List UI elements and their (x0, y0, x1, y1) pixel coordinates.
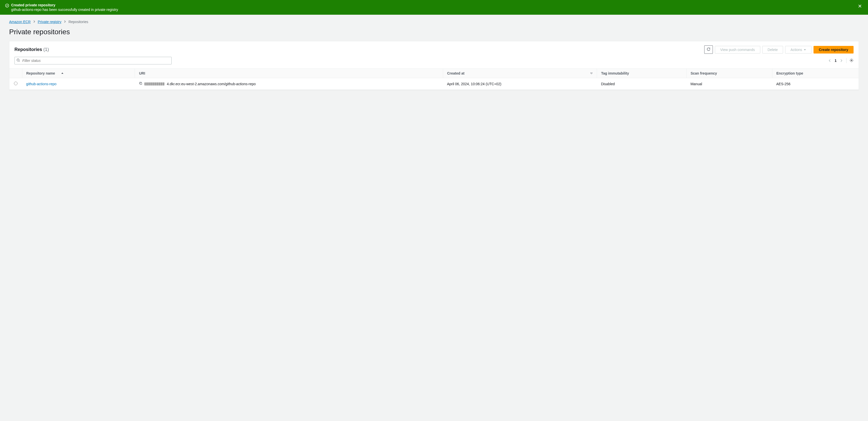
breadcrumb: Amazon ECR Private registry Repositories (9, 20, 859, 24)
actions-button[interactable]: Actions (785, 46, 811, 54)
chevron-right-icon (33, 20, 36, 24)
refresh-icon (707, 47, 711, 52)
uri-redacted (145, 83, 165, 86)
notification-message: github-actions-repo has been successfull… (11, 8, 118, 12)
svg-rect-3 (140, 83, 142, 85)
breadcrumb-service[interactable]: Amazon ECR (9, 20, 31, 24)
panel-title: Repositories (1) (14, 47, 49, 52)
prev-page-button[interactable] (828, 59, 832, 62)
table-header-scan-frequency[interactable]: Scan frequency (686, 69, 772, 78)
copy-icon[interactable] (139, 82, 143, 86)
tag-immutability-cell: Disabled (597, 78, 686, 90)
repositories-table: Repository name URI Created at Tag immut… (9, 68, 859, 90)
success-notification: Created private repository github-action… (0, 0, 868, 15)
svg-point-1 (17, 59, 19, 61)
filter-input[interactable] (14, 57, 172, 64)
table-header-uri[interactable]: URI (135, 69, 443, 78)
view-push-commands-button[interactable]: View push commands (715, 46, 760, 54)
search-icon (17, 59, 20, 63)
settings-button[interactable] (849, 58, 854, 63)
divider (846, 58, 846, 63)
table-header-created-at[interactable]: Created at (443, 69, 597, 78)
repositories-panel: Repositories (1) View push commands Dele… (9, 41, 859, 90)
panel-title-text: Repositories (14, 47, 42, 52)
page-title: Private repositories (9, 28, 859, 36)
sort-asc-icon (61, 72, 64, 74)
encryption-type-cell: AES-256 (772, 78, 859, 90)
pagination: 1 (828, 58, 854, 63)
row-select-radio[interactable] (14, 82, 18, 85)
filter-input-wrapper (14, 57, 172, 64)
breadcrumb-registry[interactable]: Private registry (38, 20, 61, 24)
chevron-right-icon (63, 20, 66, 24)
svg-point-2 (851, 60, 852, 61)
panel-count: (1) (43, 47, 49, 52)
header-text: Repository name (26, 71, 55, 75)
table-header-select (9, 69, 22, 78)
table-header-tag-immutability[interactable]: Tag immutability (597, 69, 686, 78)
create-repository-button[interactable]: Create repository (813, 46, 854, 54)
delete-button[interactable]: Delete (762, 46, 783, 54)
page-number: 1 (835, 59, 837, 63)
table-row: github-actions-repo 4.dkr.ecr.eu-west-2.… (9, 78, 859, 90)
table-header-repo-name[interactable]: Repository name (22, 69, 135, 78)
table-header-encryption-type[interactable]: Encryption type (772, 69, 859, 78)
uri-text: 4.dkr.ecr.eu-west-2.amazonaws.com/github… (167, 82, 256, 86)
refresh-button[interactable] (704, 46, 713, 54)
close-notification-button[interactable] (857, 3, 863, 10)
created-at-cell: April 06, 2024, 10:06:24 (UTC+02) (443, 78, 597, 90)
check-circle-icon (5, 3, 9, 8)
header-text: Created at (447, 71, 464, 75)
notification-title: Created private repository (11, 3, 118, 7)
next-page-button[interactable] (840, 59, 843, 62)
scan-frequency-cell: Manual (686, 78, 772, 90)
repo-name-link[interactable]: github-actions-repo (26, 82, 57, 86)
breadcrumb-current: Repositories (68, 20, 88, 24)
actions-button-label: Actions (790, 48, 802, 52)
caret-down-icon (804, 48, 806, 52)
sort-outline-icon (590, 71, 593, 75)
